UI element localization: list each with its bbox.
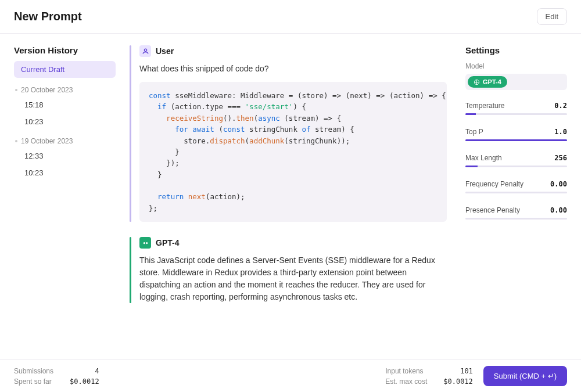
settings-panel: Settings Model GPT-4 Temperature0.2Top P… — [465, 45, 567, 359]
slider-value: 256 — [554, 154, 567, 162]
setting-slider[interactable]: Frequency Penalty0.00 — [465, 180, 567, 193]
user-avatar-icon — [139, 45, 151, 57]
slider-value: 0.00 — [550, 180, 567, 188]
history-time-item[interactable]: 15:18 — [14, 96, 116, 113]
slider-track[interactable] — [465, 218, 567, 220]
current-draft-item[interactable]: Current Draft — [14, 61, 116, 78]
submit-button[interactable]: Submit (CMD + ↵) — [483, 366, 567, 386]
assistant-role-label: GPT-4 — [156, 238, 179, 247]
history-time-item[interactable]: 12:33 — [14, 148, 116, 164]
slider-track[interactable] — [465, 166, 567, 167]
stat-value: 4 — [70, 367, 99, 375]
submit-label: Submit (CMD + ↵) — [494, 372, 557, 380]
assistant-message-text: This JavaScript code defines a Server-Se… — [139, 254, 447, 303]
assistant-avatar-icon — [139, 237, 151, 249]
history-time-item[interactable]: 10:23 — [14, 164, 116, 181]
model-icon — [474, 79, 480, 85]
slider-value: 0.00 — [550, 206, 567, 214]
model-selector[interactable]: GPT-4 — [465, 74, 567, 90]
user-message-text: What does this snipped of code do? — [139, 63, 447, 75]
footer-bar: SubmissionsSpent so far4$0.0012 Input to… — [0, 359, 581, 392]
slider-value: 1.0 — [554, 128, 567, 136]
message-accent-bar — [130, 45, 131, 222]
stat-value: 101 — [443, 367, 473, 375]
slider-label: Top P — [465, 128, 483, 136]
slider-track[interactable] — [465, 139, 567, 141]
model-label: Model — [465, 62, 567, 70]
message-user: User What does this snipped of code do? … — [130, 45, 447, 222]
stat-value: $0.0012 — [70, 377, 99, 386]
model-name: GPT-4 — [483, 78, 501, 85]
main-body: Version History Current Draft 20 October… — [0, 34, 581, 359]
slider-track[interactable] — [465, 113, 567, 115]
slider-track[interactable] — [465, 192, 567, 193]
settings-title: Settings — [465, 45, 567, 55]
stat-label: Input tokens — [385, 367, 427, 375]
stat-label: Est. max cost — [385, 377, 427, 386]
slider-value: 0.2 — [554, 102, 567, 110]
svg-point-1 — [143, 242, 145, 244]
stat-label: Submissions — [14, 367, 53, 375]
page-title: New Prompt — [14, 10, 82, 23]
edit-button[interactable]: Edit — [537, 8, 567, 25]
history-date-label: 20 October 2023 — [14, 84, 116, 96]
svg-point-0 — [144, 49, 146, 51]
version-history-sidebar: Version History Current Draft 20 October… — [14, 45, 116, 359]
history-date-label: 19 October 2023 — [14, 135, 116, 148]
slider-label: Presence Penalty — [465, 206, 520, 214]
setting-slider[interactable]: Top P1.0 — [465, 128, 567, 141]
slider-label: Frequency Penalty — [465, 180, 523, 188]
svg-point-2 — [146, 242, 148, 244]
message-accent-bar — [130, 237, 131, 303]
setting-slider[interactable]: Temperature0.2 — [465, 102, 567, 115]
slider-label: Temperature — [465, 102, 504, 110]
message-assistant: GPT-4 This JavaScript code defines a Ser… — [130, 237, 447, 303]
code-snippet: const sseMiddleware: Middleware = (store… — [139, 82, 447, 222]
setting-slider[interactable]: Max Length256 — [465, 154, 567, 167]
conversation-pane: User What does this snipped of code do? … — [130, 45, 451, 359]
history-time-item[interactable]: 10:23 — [14, 113, 116, 130]
header-bar: New Prompt Edit — [0, 0, 581, 34]
stat-label: Spent so far — [14, 377, 53, 386]
setting-slider[interactable]: Presence Penalty0.00 — [465, 206, 567, 220]
stat-value: $0.0012 — [443, 377, 473, 386]
user-role-label: User — [156, 46, 174, 56]
slider-label: Max Length — [465, 154, 502, 162]
sidebar-title: Version History — [14, 45, 116, 55]
